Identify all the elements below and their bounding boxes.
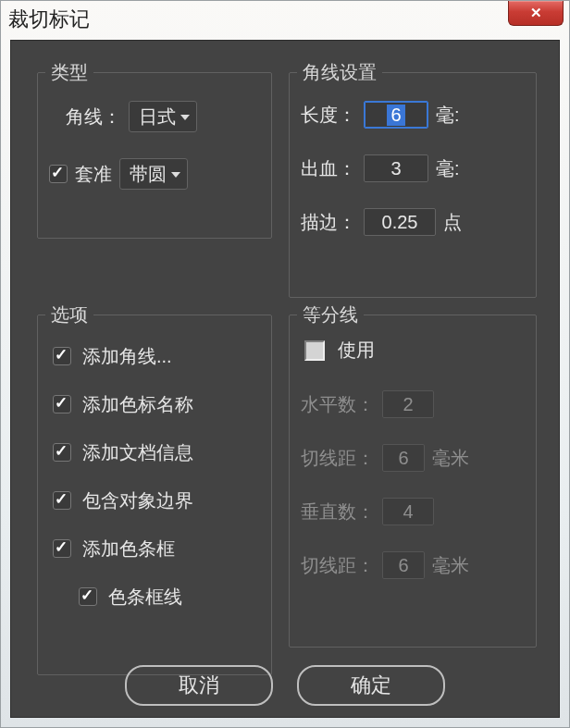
- vdist-value: 6: [398, 555, 408, 576]
- option-label-0: 添加角线...: [82, 344, 172, 369]
- option-row-2: 添加文档信息: [53, 428, 256, 476]
- option-checkbox-1[interactable]: [53, 395, 71, 413]
- close-button[interactable]: ✕: [508, 1, 564, 26]
- hdist-value: 6: [398, 448, 408, 469]
- registration-value: 带圆: [130, 162, 167, 187]
- stroke-label: 描边：: [301, 210, 356, 235]
- hdist-unit: 毫米: [432, 446, 469, 471]
- stroke-value: 0.25: [382, 212, 418, 233]
- options-panel-title: 选项: [45, 302, 93, 327]
- registration-checkbox[interactable]: [49, 165, 68, 183]
- hcount-value: 2: [403, 394, 413, 415]
- bleed-input[interactable]: 3: [364, 154, 428, 182]
- registration-label: 套准: [75, 162, 112, 187]
- bleed-unit: 毫:: [436, 156, 460, 181]
- option-subrow: 色条框线: [79, 573, 256, 621]
- type-panel: 类型 角线： 日式 套准 带圆: [37, 72, 272, 239]
- option-row-3: 包含对象边界: [53, 476, 256, 524]
- corner-settings-panel: 角线设置 长度： 6 毫: 出血： 3 毫: 描边： 0.25: [289, 72, 537, 298]
- button-bar: 取消 确定: [11, 665, 559, 706]
- option-label-3: 包含对象边界: [82, 488, 193, 513]
- dialog-body: 类型 角线： 日式 套准 带圆 角线设置 长度： 6: [10, 40, 560, 718]
- options-panel: 选项 添加角线... 添加色标名称 添加文档信息 包含对象边界 添加色条框: [37, 315, 272, 675]
- corner-style-label: 角线：: [66, 105, 121, 130]
- title-bar: 裁切标记 ✕: [1, 1, 569, 38]
- vcount-value: 4: [403, 501, 413, 523]
- option-sub-label: 色条框线: [108, 585, 182, 610]
- stroke-input[interactable]: 0.25: [364, 208, 436, 236]
- division-panel-title: 等分线: [297, 302, 364, 327]
- option-label-1: 添加色标名称: [82, 392, 193, 417]
- corner-style-value: 日式: [139, 105, 176, 130]
- stroke-unit: 点: [443, 210, 462, 235]
- corner-settings-title: 角线设置: [297, 60, 382, 85]
- type-panel-title: 类型: [45, 60, 93, 85]
- option-row-4: 添加色条框: [53, 524, 256, 573]
- option-sub-checkbox[interactable]: [79, 587, 97, 606]
- hdist-label: 切线距：: [301, 446, 375, 471]
- vdist-unit: 毫米: [432, 553, 469, 578]
- length-label: 长度：: [301, 103, 356, 128]
- bleed-value: 3: [390, 158, 401, 179]
- length-value: 6: [387, 105, 404, 126]
- dialog-title: 裁切标记: [8, 1, 90, 38]
- division-panel: 等分线 使用 水平数： 2 切线距： 6 毫米 垂直数：: [289, 315, 537, 648]
- hdist-input[interactable]: 6: [382, 444, 425, 472]
- bleed-label: 出血：: [301, 156, 356, 181]
- vdist-label: 切线距：: [301, 553, 375, 578]
- option-label-2: 添加文档信息: [82, 440, 193, 465]
- use-division-label: 使用: [338, 338, 375, 363]
- option-checkbox-3[interactable]: [53, 491, 71, 510]
- option-row-1: 添加色标名称: [53, 380, 256, 428]
- vcount-input[interactable]: 4: [382, 498, 434, 525]
- option-checkbox-0[interactable]: [53, 347, 71, 365]
- hcount-label: 水平数：: [301, 392, 375, 417]
- cancel-button[interactable]: 取消: [125, 665, 273, 706]
- option-checkbox-4[interactable]: [53, 539, 71, 558]
- option-row-0: 添加角线...: [53, 332, 256, 380]
- hcount-input[interactable]: 2: [382, 390, 434, 418]
- length-unit: 毫:: [436, 103, 460, 128]
- close-icon: ✕: [530, 5, 542, 21]
- ok-button[interactable]: 确定: [297, 665, 445, 706]
- corner-style-select[interactable]: 日式: [129, 101, 197, 132]
- option-label-4: 添加色条框: [82, 537, 175, 561]
- use-division-checkbox[interactable]: [304, 340, 325, 361]
- vcount-label: 垂直数：: [301, 500, 375, 524]
- dialog-window: 裁切标记 ✕ 类型 角线： 日式 套准 带圆 角线设置: [0, 0, 570, 728]
- option-checkbox-2[interactable]: [53, 443, 71, 462]
- length-input[interactable]: 6: [364, 101, 428, 129]
- vdist-input[interactable]: 6: [382, 551, 425, 579]
- registration-select[interactable]: 带圆: [119, 158, 188, 190]
